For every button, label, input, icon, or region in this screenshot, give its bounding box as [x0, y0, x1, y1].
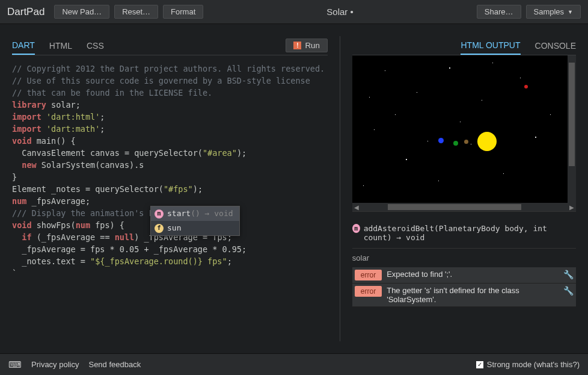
method-icon: m: [155, 209, 164, 218]
planet-brown: [464, 140, 468, 144]
method-icon: m: [352, 224, 360, 233]
keyboard-icon[interactable]: ⌨: [8, 359, 22, 370]
autocomplete-popup: m start() → void f sun: [150, 206, 240, 236]
code-line: Element _notes = querySelector("#fps");: [12, 183, 328, 195]
field-icon: f: [155, 224, 164, 233]
code-line: void main() {: [12, 135, 328, 147]
format-button[interactable]: Format: [163, 5, 203, 19]
error-badge: error: [355, 286, 382, 297]
autocomplete-item[interactable]: f sun: [151, 221, 239, 235]
editor-tabs: DART HTML CSS ! Run: [12, 36, 328, 55]
wrench-icon[interactable]: 🔧: [563, 270, 574, 279]
error-text: The getter 's' isn't defined for the cla…: [387, 286, 559, 304]
footer: ⌨ Privacy policy Send feedback ✓ Strong …: [0, 353, 588, 375]
code-line: num _fpsAverage;: [12, 195, 328, 207]
file-title: Solar •: [208, 7, 472, 17]
main-area: DART HTML CSS ! Run // Copyright 2012 th…: [0, 24, 588, 353]
code-line: // that can be found in the LICENSE file…: [12, 87, 328, 99]
code-line: CanvasElement canvas = querySelector("#a…: [12, 147, 328, 159]
output-canvas-area: ◀ ▶: [352, 55, 576, 212]
sun: [477, 132, 497, 151]
code-line: import 'dart:html';: [12, 111, 328, 123]
pane-divider[interactable]: [340, 36, 340, 341]
share-button[interactable]: Share…: [477, 5, 521, 19]
error-text: Expected to find ';'.: [387, 270, 559, 279]
code-line: import 'dart:math';: [12, 123, 328, 135]
tab-console[interactable]: CONSOLE: [535, 37, 576, 54]
wrench-icon[interactable]: 🔧: [563, 286, 574, 296]
app-title: DartPad: [7, 6, 44, 18]
solar-canvas: [352, 55, 568, 203]
error-badge: error: [355, 270, 382, 280]
error-row[interactable]: error The getter 's' isn't defined for t…: [352, 284, 576, 307]
run-label: Run: [305, 41, 319, 50]
scrollbar-horizontal[interactable]: ◀ ▶: [352, 203, 576, 211]
autocomplete-item[interactable]: m start() → void: [151, 206, 239, 221]
scrollbar-vertical[interactable]: [568, 55, 576, 203]
planet-red: [524, 85, 528, 88]
code-line: _fpsAverage = fps * 0.05 + _fpsAverage *…: [12, 243, 328, 255]
signature-text: addAsteroidBelt(PlanetaryBody body, int …: [364, 224, 576, 242]
info-panel: m addAsteroidBelt(PlanetaryBody body, in…: [352, 219, 576, 341]
feedback-link[interactable]: Send feedback: [88, 360, 141, 369]
top-toolbar: DartPad New Pad… Reset… Format Solar • S…: [0, 0, 588, 24]
chevron-down-icon: ▼: [568, 9, 573, 15]
output-pane: HTML OUTPUT CONSOLE: [352, 36, 576, 341]
code-line: }: [12, 171, 328, 183]
code-line: new SolarSystem(canvas).s: [12, 159, 328, 171]
scroll-right-icon[interactable]: ▶: [568, 204, 576, 211]
code-line: `: [12, 267, 328, 279]
strong-mode-toggle[interactable]: ✓ Strong mode (what's this?): [476, 360, 580, 369]
samples-dropdown[interactable]: Samples ▼: [526, 5, 581, 19]
strong-mode-label: Strong mode (what's this?): [487, 360, 580, 369]
run-button[interactable]: ! Run: [286, 39, 327, 52]
reset-button[interactable]: Reset…: [114, 5, 158, 19]
source-label: solar: [352, 249, 576, 267]
code-line: // Copyright 2012 the Dart project autho…: [12, 63, 328, 75]
doc-signature: m addAsteroidBelt(PlanetaryBody body, in…: [352, 219, 576, 249]
planet-blue: [438, 138, 444, 143]
tab-html[interactable]: HTML: [49, 37, 72, 54]
code-line: _notes.text = "${_fpsAverage.round()} fp…: [12, 255, 328, 267]
scroll-left-icon[interactable]: ◀: [352, 204, 361, 211]
code-line: library solar;: [12, 99, 328, 111]
editor-pane: DART HTML CSS ! Run // Copyright 2012 th…: [12, 36, 328, 341]
new-pad-button[interactable]: New Pad…: [54, 5, 109, 19]
warning-icon: !: [293, 42, 301, 49]
code-editor[interactable]: // Copyright 2012 the Dart project autho…: [12, 55, 328, 341]
privacy-link[interactable]: Privacy policy: [31, 360, 79, 369]
tab-css[interactable]: CSS: [87, 37, 104, 54]
planet-green: [453, 141, 458, 146]
samples-label: Samples: [534, 7, 565, 16]
code-line: // Use of this source code is governed b…: [12, 75, 328, 87]
tab-html-output[interactable]: HTML OUTPUT: [461, 37, 520, 55]
tab-dart[interactable]: DART: [12, 37, 35, 55]
error-row[interactable]: error Expected to find ';'. 🔧: [352, 267, 576, 284]
output-tabs: HTML OUTPUT CONSOLE: [352, 36, 576, 55]
checkbox-icon: ✓: [476, 361, 483, 368]
